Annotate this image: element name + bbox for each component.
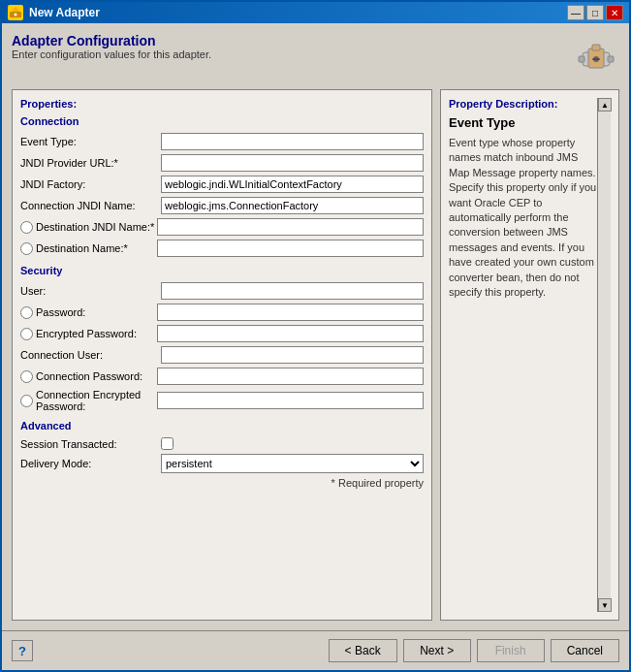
conn-enc-password-label: Connection Encrypted Password: <box>20 389 157 412</box>
svg-point-2 <box>15 14 17 16</box>
property-description-text: Event type whose property names match in… <box>449 136 597 300</box>
adapter-icon <box>573 33 619 80</box>
conn-enc-password-radio[interactable] <box>20 395 33 407</box>
required-note: * Required property <box>20 477 424 489</box>
password-radio[interactable] <box>20 306 33 319</box>
conn-enc-password-input[interactable] <box>157 392 424 409</box>
conn-user-label: Connection User: <box>20 349 161 361</box>
window-icon <box>8 5 23 20</box>
title-bar-left: New Adapter <box>8 5 100 20</box>
conn-user-row: Connection User: <box>20 346 424 364</box>
left-panel: Properties: Connection Event Type: JNDI … <box>12 89 432 621</box>
jndi-url-row: JNDI Provider URL:* <box>20 154 424 172</box>
dest-jndi-row: Destination JNDI Name:* <box>20 218 424 236</box>
dest-name-row: Destination Name:* <box>20 240 424 257</box>
conn-password-input[interactable] <box>157 368 424 385</box>
content-area: Adapter Configuration Enter configuratio… <box>2 23 629 630</box>
scroll-up-button[interactable]: ▲ <box>598 98 612 112</box>
help-button[interactable]: ? <box>12 640 33 661</box>
conn-password-row: Connection Password: <box>20 368 424 385</box>
enc-password-input[interactable] <box>157 325 424 342</box>
cancel-button[interactable]: Cancel <box>551 639 619 662</box>
dest-jndi-radio[interactable] <box>20 221 33 234</box>
conn-password-label: Connection Password: <box>20 370 157 383</box>
password-input[interactable] <box>157 304 424 321</box>
svg-rect-5 <box>608 56 614 62</box>
dest-name-radio[interactable] <box>20 242 33 255</box>
title-controls: — □ ✕ <box>567 5 623 20</box>
close-button[interactable]: ✕ <box>606 5 623 20</box>
window-title: New Adapter <box>29 6 100 19</box>
event-type-label: Event Type: <box>20 136 161 147</box>
jndi-url-label: JNDI Provider URL:* <box>20 157 161 169</box>
connection-jndi-label: Connection JNDI Name: <box>20 200 161 211</box>
main-panel: Properties: Connection Event Type: JNDI … <box>12 89 619 621</box>
delivery-mode-row: Delivery Mode: persistent non-persistent… <box>20 454 424 473</box>
maximize-button[interactable]: □ <box>586 5 604 20</box>
jndi-factory-row: JNDI Factory: <box>20 176 424 193</box>
advanced-section-label: Advanced <box>20 420 424 432</box>
conn-password-radio[interactable] <box>20 370 33 383</box>
user-row: User: <box>20 282 424 300</box>
session-transacted-row: Session Transacted: <box>20 437 424 450</box>
delivery-mode-label: Delivery Mode: <box>20 458 161 469</box>
event-type-row: Event Type: <box>20 133 424 150</box>
jndi-url-input[interactable] <box>161 154 424 172</box>
dest-jndi-input[interactable] <box>157 218 424 236</box>
enc-password-radio[interactable] <box>20 328 33 340</box>
header-text: Adapter Configuration Enter configuratio… <box>12 33 211 60</box>
enc-password-row: Encrypted Password: <box>20 325 424 342</box>
next-button[interactable]: Next > <box>403 639 471 662</box>
properties-label: Properties: <box>20 98 424 110</box>
finish-button[interactable]: Finish <box>477 639 545 662</box>
event-type-input[interactable] <box>161 133 424 150</box>
conn-user-input[interactable] <box>161 346 424 364</box>
main-window: New Adapter — □ ✕ Adapter Configuration … <box>0 0 631 672</box>
dest-name-label: Destination Name:* <box>20 242 157 255</box>
dest-name-input[interactable] <box>157 240 424 257</box>
scroll-down-button[interactable]: ▼ <box>598 598 612 612</box>
password-row: Password: <box>20 304 424 321</box>
page-subtitle: Enter configuration values for this adap… <box>12 48 211 60</box>
svg-marker-1 <box>12 7 19 12</box>
back-button[interactable]: < Back <box>329 639 397 662</box>
delivery-mode-select[interactable]: persistent non-persistent auto <box>161 454 424 473</box>
session-transacted-checkbox[interactable] <box>161 437 174 450</box>
footer-left: ? <box>12 640 33 661</box>
connection-jndi-row: Connection JNDI Name: <box>20 197 424 214</box>
property-description-title: Event Type <box>449 115 597 130</box>
right-panel-scrollbar[interactable]: ▲ ▼ <box>597 98 611 612</box>
right-panel: Property Description: Event Type Event t… <box>440 89 619 621</box>
minimize-button[interactable]: — <box>567 5 584 20</box>
property-description-label: Property Description: <box>449 98 597 110</box>
jndi-factory-input[interactable] <box>161 176 424 193</box>
password-label: Password: <box>20 306 157 319</box>
conn-enc-password-row: Connection Encrypted Password: <box>20 389 424 412</box>
session-transacted-label: Session Transacted: <box>20 438 161 450</box>
dest-jndi-label: Destination JNDI Name:* <box>20 221 157 234</box>
right-panel-inner: Property Description: Event Type Event t… <box>449 98 611 612</box>
title-bar: New Adapter — □ ✕ <box>2 2 629 23</box>
user-label: User: <box>20 285 161 297</box>
jndi-factory-label: JNDI Factory: <box>20 178 161 190</box>
footer: ? < Back Next > Finish Cancel <box>2 630 629 670</box>
page-title: Adapter Configuration <box>12 33 211 48</box>
connection-section-label: Connection <box>20 115 424 127</box>
right-panel-content: Property Description: Event Type Event t… <box>449 98 597 612</box>
connection-jndi-input[interactable] <box>161 197 424 214</box>
user-input[interactable] <box>161 282 424 300</box>
enc-password-label: Encrypted Password: <box>20 328 157 340</box>
svg-rect-4 <box>579 56 584 62</box>
scroll-track <box>598 112 611 598</box>
svg-rect-7 <box>592 45 600 50</box>
security-section-label: Security <box>20 265 424 276</box>
header: Adapter Configuration Enter configuratio… <box>12 33 619 80</box>
footer-buttons: < Back Next > Finish Cancel <box>329 639 619 662</box>
